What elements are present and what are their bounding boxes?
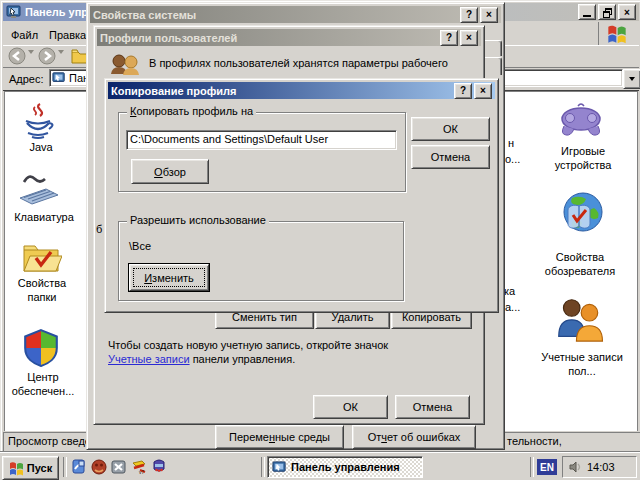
quicklaunch-icon-2[interactable]	[91, 459, 107, 477]
back-button[interactable]	[8, 47, 26, 67]
close-button[interactable]: ×	[474, 83, 492, 99]
window-title: Панель упр	[25, 6, 88, 18]
menu-edit[interactable]: Правка	[49, 29, 86, 41]
control-panel-icon	[272, 460, 287, 475]
help-icon: ?	[460, 85, 466, 96]
java-icon[interactable]	[18, 103, 58, 143]
close-button[interactable]: ×	[460, 30, 478, 46]
focus-rect	[133, 268, 205, 287]
close-icon: ×	[624, 7, 630, 18]
ok-button[interactable]: ОК	[411, 117, 490, 141]
language-indicator[interactable]: EN	[537, 459, 557, 475]
help-icon: ?	[446, 32, 452, 43]
note-text: Чтобы создать новую учетную запись, откр…	[108, 338, 426, 366]
icon-label-keyboard[interactable]: Клавиатура	[5, 210, 83, 224]
partial-label-2: о...	[505, 153, 520, 165]
volume-icon[interactable]	[568, 460, 582, 474]
internet-options-icon[interactable]	[550, 190, 608, 246]
close-icon: ×	[486, 9, 492, 20]
quicklaunch-icon-3[interactable]	[111, 459, 127, 477]
close-icon: ×	[466, 32, 472, 43]
change-button[interactable]: Изменить	[129, 264, 209, 291]
address-dropdown-button[interactable]	[623, 69, 640, 89]
tray-divider	[530, 457, 534, 477]
copy-profile-title: Копирование профиля	[111, 85, 236, 97]
permitted-value: \Все	[129, 240, 151, 252]
quicklaunch-icon-5[interactable]	[151, 459, 167, 477]
security-shield-icon[interactable]	[22, 328, 60, 370]
user-profiles-title: Профили пользователей	[100, 32, 237, 44]
user-profiles-icon	[109, 53, 141, 77]
back-dropdown-icon[interactable]	[28, 54, 34, 66]
user-profiles-titlebar[interactable]: Профили пользователей ? ×	[97, 29, 481, 46]
quicklaunch-icon-4[interactable]: v7	[131, 459, 147, 477]
partial-label-3: ка	[504, 285, 515, 297]
folder-options-icon[interactable]	[22, 242, 62, 276]
user-accounts-icon[interactable]	[554, 296, 606, 348]
icon-label-security-center[interactable]: Центр обеспечен...	[6, 370, 80, 398]
taskbar-divider	[261, 457, 265, 477]
clock[interactable]: 14:03	[587, 461, 615, 473]
copy-profile-dialog: Копирование профиля ? × Копировать профи…	[104, 78, 499, 313]
icon-label-game-controllers[interactable]: Игровые устройства	[533, 144, 633, 172]
screen: Панель упр × Файл Правка	[0, 0, 640, 480]
forward-button[interactable]	[38, 47, 56, 67]
help-icon: ?	[466, 9, 472, 20]
icon-label-user-accounts[interactable]: Учетные записи пол...	[526, 350, 638, 378]
keyboard-icon[interactable]	[16, 174, 62, 208]
cancel-button[interactable]: Отмена	[395, 395, 470, 419]
svg-text:v7: v7	[139, 469, 145, 475]
path-field-frame	[126, 130, 397, 150]
partial-text-fragment: б	[96, 223, 102, 235]
permitted-group-label: Разрешить использование	[127, 214, 269, 226]
help-button[interactable]: ?	[454, 83, 472, 99]
profile-path-input[interactable]	[128, 132, 395, 146]
address-item-icon	[52, 71, 66, 85]
quicklaunch-icon-1[interactable]	[71, 459, 87, 477]
address-label: Адрес:	[9, 73, 44, 85]
restore-icon	[603, 8, 612, 17]
icon-label-java[interactable]: Java	[8, 140, 74, 154]
copy-to-group-label: Копировать профиль на	[127, 105, 256, 117]
permitted-groupbox: Разрешить использование \Все Изменить	[118, 221, 404, 301]
status-text-left: Просмотр сведен	[8, 435, 97, 447]
close-icon: ×	[480, 85, 486, 96]
minimize-icon	[583, 15, 591, 17]
browse-button[interactable]: Обзор	[131, 159, 209, 184]
task-button-label: Панель управления	[291, 461, 400, 473]
taskbar: Пуск v7 Панель управления EN	[0, 452, 640, 480]
windows-flag-icon	[9, 461, 24, 476]
close-button[interactable]: ×	[480, 7, 498, 23]
partial-label-1: н	[508, 137, 514, 149]
system-properties-titlebar[interactable]: Свойства системы ? ×	[90, 6, 501, 23]
cancel-button[interactable]: Отмена	[411, 145, 490, 169]
windows-flag-icon	[598, 22, 635, 45]
system-properties-title: Свойства системы	[93, 9, 196, 21]
help-button[interactable]: ?	[460, 7, 478, 23]
forward-dropdown-icon[interactable]	[58, 54, 64, 66]
close-button[interactable]: ×	[618, 4, 636, 20]
ok-button[interactable]: ОК	[313, 395, 388, 419]
help-button[interactable]: ?	[440, 30, 458, 46]
task-button-control-panel[interactable]: Панель управления	[267, 456, 423, 478]
control-panel-icon	[6, 4, 22, 20]
error-reporting-button[interactable]: Отчет об ошибках	[352, 425, 476, 449]
icon-label-folder-options[interactable]: Свойства папки	[10, 276, 74, 304]
environment-variables-button[interactable]: Переменные среды	[215, 425, 344, 449]
copy-profile-titlebar[interactable]: Копирование профиля ? ×	[108, 82, 495, 99]
copy-to-groupbox: Копировать профиль на Обзор	[118, 112, 406, 192]
minimize-button[interactable]	[578, 4, 596, 20]
taskbar-divider	[63, 457, 67, 477]
menu-file[interactable]: Файл	[11, 29, 38, 41]
gamepad-icon[interactable]	[558, 102, 604, 140]
system-tray: 14:03	[562, 456, 637, 478]
user-accounts-link[interactable]: Учетные записи	[108, 353, 190, 365]
user-profiles-intro: В профилях пользователей хранятся параме…	[149, 57, 474, 69]
icon-label-internet-options[interactable]: Свойства обозревателя	[520, 250, 640, 278]
partial-label-4: а...	[505, 301, 520, 313]
start-button[interactable]: Пуск	[2, 456, 59, 480]
restore-button[interactable]	[598, 4, 616, 20]
